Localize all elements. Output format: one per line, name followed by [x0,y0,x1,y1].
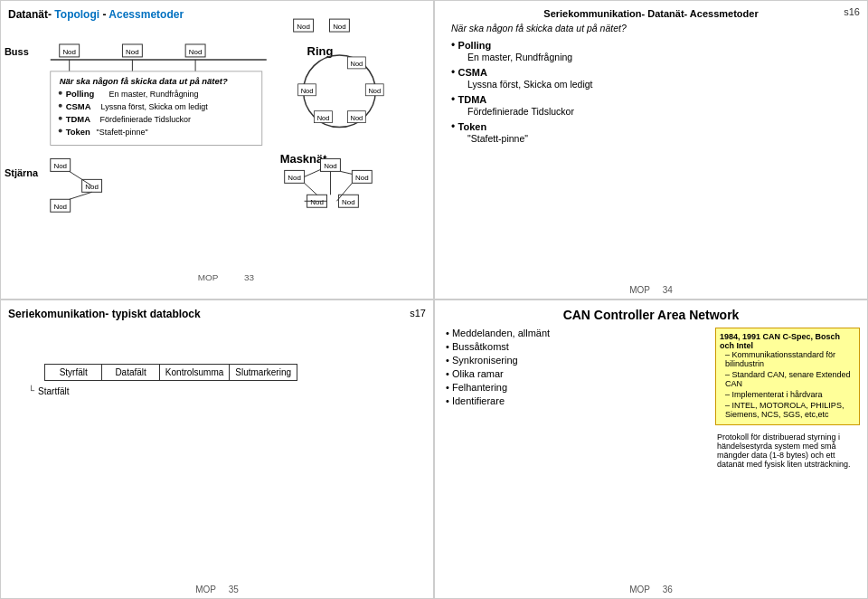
can-yellow-item-3: INTEL, MOTOROLA, PHILIPS, Siemens, NCS, … [725,401,855,419]
csma-label: CSMA [458,67,487,78]
datablock-table: Styrfält Datafält Kontrolsumma Slutmarke… [44,364,297,381]
svg-text:Nod: Nod [324,162,337,170]
svg-text:Nod: Nod [301,87,314,95]
svg-line-61 [340,171,352,174]
svg-text:Nod: Nod [189,48,203,56]
can-yellow-list: Kommunikationsstandard för bilindustrin … [720,350,855,419]
can-item-0: Meddelanden, allmänt [446,328,708,338]
can-item-4: Felhantering [446,382,708,393]
panel2-mop-num: 34 [663,285,673,295]
svg-point-21 [59,129,62,133]
panel4-right: 1984, 1991 CAN C-Spec, Bosch och Intel K… [715,328,860,471]
svg-point-18 [59,117,62,120]
svg-text:MOP: MOP [198,272,219,282]
svg-text:Nod: Nod [351,60,363,68]
cell-kontrolsumma: Kontrolsumma [160,365,230,380]
svg-text:Nod: Nod [126,48,139,56]
svg-text:Nod: Nod [310,198,324,206]
svg-text:Ring: Ring [307,44,334,58]
csma-sub: Lyssna först, Skicka om ledigt [451,79,860,90]
can-feature-list: Meddelanden, allmänt Bussåtkomst Synkron… [442,328,708,406]
list-item-csma: CSMA Lyssna först, Skicka om ledigt [451,66,860,90]
panel3-mop-text: MOP [195,585,216,594]
can-yellow-item-0: Kommunikationsstandard för bilindustrin [725,350,855,368]
topology-diagram: Buss Nod Nod Nod När ska någon få skicka… [1,1,433,299]
svg-text:TDMA: TDMA [66,114,90,124]
svg-text:Nod: Nod [351,114,363,122]
panel4-title: CAN Controller Area Network [442,308,860,322]
panel4-content: Meddelanden, allmänt Bussåtkomst Synkron… [442,328,860,471]
panel3-mop-num: 35 [229,585,239,594]
cell-datafalt: Datafält [102,365,159,380]
panel-datablock: Seriekomunikation- typiskt datablock s17… [0,300,434,599]
panel2-mop: MOP 34 [629,285,673,295]
svg-text:Polling: Polling [66,89,95,99]
buss-label: Buss [5,46,29,57]
panel2-title: Seriekommunikation- Datanät- Acessmetode… [442,8,860,19]
can-yellow-item-1: Standard CAN, senare Extended CAN [725,370,855,388]
tdma-label: TDMA [458,94,487,105]
svg-line-62 [305,183,317,195]
can-item-3: Olika ramar [446,368,708,379]
panel3-mop: MOP 35 [195,585,239,594]
panel-can: CAN Controller Area Network Meddelanden,… [434,300,868,599]
can-yellow-box: 1984, 1991 CAN C-Spec, Bosch och Intel K… [715,328,860,425]
startfalt-label: Startfält [38,386,69,396]
svg-text:Nod: Nod [333,23,346,31]
list-item-token: Token "Stafett-pinne" [451,120,860,144]
svg-text:Nod: Nod [288,174,301,182]
token-label: Token [458,121,487,132]
can-yellow-item-2: Implementerat i hårdvara [725,390,855,399]
svg-text:En master, Rundfrågning: En master, Rundfrågning [109,90,199,99]
panel3-title: Seriekomunikation- typiskt datablock [8,308,201,320]
svg-text:Fördefinierade Tidsluckor: Fördefinierade Tidsluckor [100,115,192,124]
svg-text:Nod: Nod [62,48,76,56]
svg-text:Nod: Nod [342,198,355,206]
svg-text:När ska någon få skicka data u: När ska någon få skicka data ut på nätet… [60,76,228,86]
svg-line-47 [70,171,92,185]
panel-topology: Datanät- Topologi - Acessmetoder Buss No… [0,0,434,300]
svg-point-15 [59,104,62,108]
svg-text:Lyssna först, Skicka om ledigt: Lyssna först, Skicka om ledigt [101,102,209,111]
panel4-mop-text: MOP [629,585,650,594]
svg-text:CSMA: CSMA [66,101,91,111]
svg-text:Nod: Nod [53,162,67,170]
panel4-left: Meddelanden, allmänt Bussåtkomst Synkron… [442,328,708,471]
token-sub: "Stafett-pinne" [451,133,860,144]
svg-text:Nod: Nod [53,203,67,211]
panel3-slide-num: s17 [410,308,426,319]
can-item-5: Identifierare [446,395,708,406]
polling-sub: En master, Rundfrågning [451,52,860,62]
svg-line-48 [70,192,92,199]
svg-text:Nod: Nod [297,23,310,31]
panel2-slide-num: s16 [844,6,860,17]
svg-line-60 [305,169,321,176]
svg-text:"Stafett-pinne": "Stafett-pinne" [97,128,148,137]
can-item-2: Synkronisering [446,355,708,366]
svg-text:Nod: Nod [85,183,99,191]
svg-text:Nod: Nod [317,114,330,122]
polling-label: Polling [458,40,492,51]
can-item-1: Bussåtkomst [446,341,708,352]
cell-slutmarkering: Slutmarkering [230,365,297,380]
panel2-mop-text: MOP [629,285,650,295]
cell-styrfalt: Styrfält [45,365,102,380]
list-item-tdma: TDMA Fördefinierade Tidsluckor [451,93,860,117]
page: Datanät- Topologi - Acessmetoder Buss No… [0,0,868,599]
svg-text:Nod: Nod [368,87,381,95]
svg-text:Token: Token [66,127,90,137]
svg-point-12 [59,91,62,95]
tdma-sub: Fördefinierade Tidsluckor [451,106,860,117]
list-item-polling: Polling En master, Rundfrågning [451,39,860,62]
svg-text:Nod: Nod [355,174,369,182]
panel4-mop-num: 36 [663,585,673,594]
panel-serial-access: Seriekommunikation- Datanät- Acessmetode… [434,0,868,300]
panel2-question: När ska någon få skicka data ut på nätet… [451,23,860,33]
can-bottom-text: Protokoll för distribuerad styrning i hä… [715,431,860,471]
panel2-list: Polling En master, Rundfrågning CSMA Lys… [442,39,860,144]
panel4-mop: MOP 36 [629,585,673,594]
svg-text:33: 33 [244,272,255,282]
can-year: 1984, 1991 CAN C-Spec, Bosch och Intel [720,332,855,350]
svg-text:Stjärna: Stjärna [5,167,39,178]
